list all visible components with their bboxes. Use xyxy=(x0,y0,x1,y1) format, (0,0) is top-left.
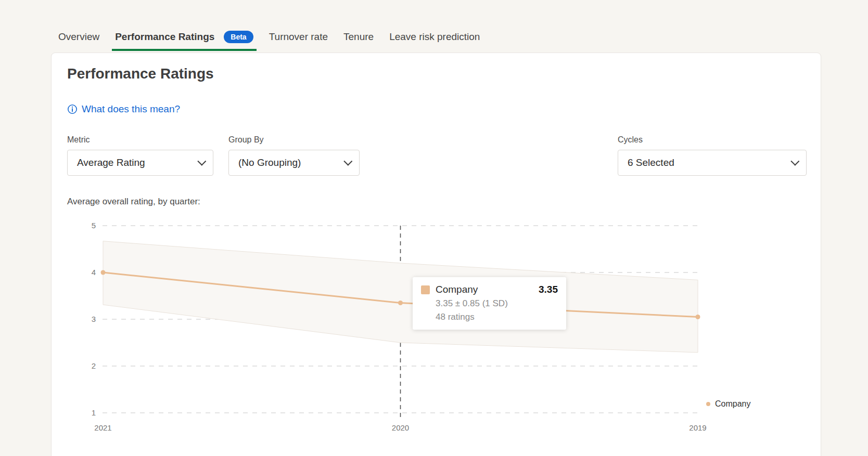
y-axis-tick: 4 xyxy=(92,268,96,277)
series-swatch xyxy=(421,285,430,294)
data-point[interactable] xyxy=(696,315,700,319)
data-point[interactable] xyxy=(101,270,106,275)
cycles-select[interactable]: 6 Selected xyxy=(618,150,807,176)
metric-label: Metric xyxy=(67,135,213,145)
tooltip-value: 3.35 xyxy=(539,284,558,295)
tab-tenure[interactable]: Tenure xyxy=(343,31,374,43)
y-axis-tick: 1 xyxy=(92,408,96,417)
group-by-label: Group By xyxy=(228,135,360,145)
legend-item-company[interactable]: Company xyxy=(706,399,750,409)
cycles-selected-value: 6 Selected xyxy=(628,157,790,168)
y-axis-tick: 3 xyxy=(92,315,96,323)
metric-select[interactable]: Average Rating xyxy=(67,150,213,176)
x-axis-tick: 2019 xyxy=(689,423,706,432)
tab-turnover-rate[interactable]: Turnover rate xyxy=(269,31,328,43)
group-by-selected-value: (No Grouping) xyxy=(238,157,343,168)
page-title: Performance Ratings xyxy=(67,66,214,82)
what-does-this-mean-link[interactable]: What does this mean? xyxy=(67,103,180,115)
legend-label: Company xyxy=(715,399,750,409)
metric-filter: Metric Average Rating xyxy=(67,135,213,176)
tab-overview[interactable]: Overview xyxy=(58,31,99,43)
chart-caption: Average overall rating, by quarter: xyxy=(67,197,200,207)
tab-label: Performance Ratings xyxy=(115,31,214,43)
analytics-tab-bar: Overview Performance Ratings Beta Turnov… xyxy=(58,26,480,48)
help-link-label: What does this mean? xyxy=(82,103,180,115)
tab-label: Overview xyxy=(58,31,99,43)
performance-ratings-panel: Performance Ratings What does this mean?… xyxy=(51,53,821,456)
tooltip-series-name: Company xyxy=(436,284,539,295)
metric-selected-value: Average Rating xyxy=(77,157,197,168)
chart-tooltip: Company 3.35 3.35 ± 0.85 (1 SD) 48 ratin… xyxy=(413,277,566,330)
beta-badge: Beta xyxy=(224,31,253,43)
tab-label: Turnover rate xyxy=(269,31,328,43)
ratings-chart: 54321202120202019 Company 3.35 3.35 ± 0.… xyxy=(52,206,821,450)
y-axis-tick: 5 xyxy=(92,221,96,230)
x-axis-tick: 2020 xyxy=(392,423,409,432)
group-by-filter: Group By (No Grouping) xyxy=(228,135,360,176)
chevron-down-icon xyxy=(343,157,352,166)
cycles-filter: Cycles 6 Selected xyxy=(618,135,807,176)
y-axis-tick: 2 xyxy=(92,361,96,370)
tab-label: Tenure xyxy=(343,31,374,43)
data-point[interactable] xyxy=(398,301,403,305)
cycles-label: Cycles xyxy=(618,135,807,145)
tooltip-ratings-count: 48 ratings xyxy=(436,312,558,322)
x-axis-tick: 2021 xyxy=(94,423,111,432)
tab-performance-ratings[interactable]: Performance Ratings Beta xyxy=(115,31,253,43)
tooltip-sd-detail: 3.35 ± 0.85 (1 SD) xyxy=(436,298,558,309)
chevron-down-icon xyxy=(790,157,799,166)
legend-dot-icon xyxy=(706,402,710,406)
tab-leave-risk-prediction[interactable]: Leave risk prediction xyxy=(389,31,480,43)
group-by-select[interactable]: (No Grouping) xyxy=(228,150,360,176)
info-icon xyxy=(67,104,78,114)
tab-label: Leave risk prediction xyxy=(389,31,480,43)
chevron-down-icon xyxy=(197,157,206,166)
